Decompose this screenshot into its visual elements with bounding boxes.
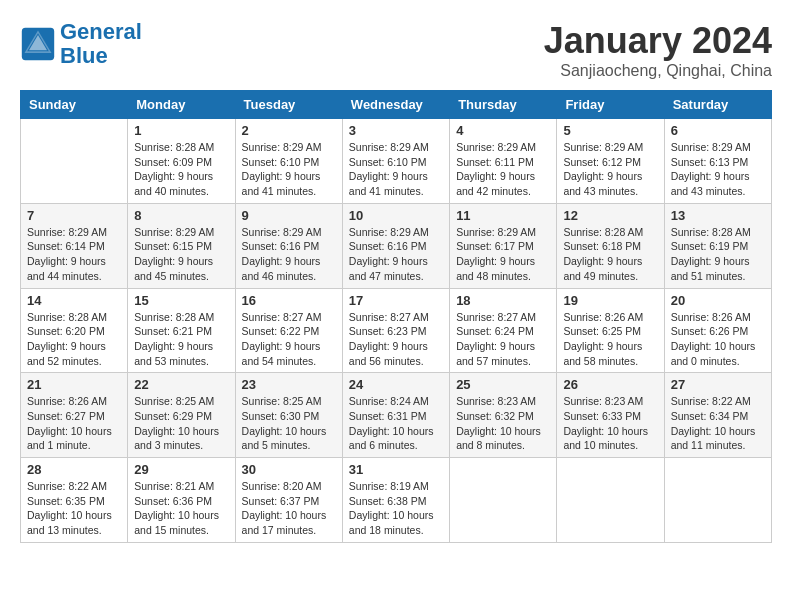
day-info: Sunrise: 8:29 AMSunset: 6:17 PMDaylight:… [456,225,550,284]
calendar-week-row: 28Sunrise: 8:22 AMSunset: 6:35 PMDayligh… [21,458,772,543]
day-number: 15 [134,293,228,308]
day-info: Sunrise: 8:28 AMSunset: 6:20 PMDaylight:… [27,310,121,369]
day-info: Sunrise: 8:28 AMSunset: 6:09 PMDaylight:… [134,140,228,199]
weekday-header-saturday: Saturday [664,91,771,119]
day-info: Sunrise: 8:29 AMSunset: 6:16 PMDaylight:… [242,225,336,284]
calendar-cell: 5Sunrise: 8:29 AMSunset: 6:12 PMDaylight… [557,119,664,204]
calendar-cell: 16Sunrise: 8:27 AMSunset: 6:22 PMDayligh… [235,288,342,373]
logo-line2: Blue [60,43,108,68]
day-number: 29 [134,462,228,477]
calendar-cell [664,458,771,543]
day-number: 3 [349,123,443,138]
calendar-cell: 20Sunrise: 8:26 AMSunset: 6:26 PMDayligh… [664,288,771,373]
calendar-cell: 25Sunrise: 8:23 AMSunset: 6:32 PMDayligh… [450,373,557,458]
calendar-cell: 8Sunrise: 8:29 AMSunset: 6:15 PMDaylight… [128,203,235,288]
logo-text: General Blue [60,20,142,68]
day-number: 9 [242,208,336,223]
weekday-header-tuesday: Tuesday [235,91,342,119]
calendar-cell: 23Sunrise: 8:25 AMSunset: 6:30 PMDayligh… [235,373,342,458]
day-info: Sunrise: 8:23 AMSunset: 6:33 PMDaylight:… [563,394,657,453]
day-number: 28 [27,462,121,477]
day-info: Sunrise: 8:28 AMSunset: 6:19 PMDaylight:… [671,225,765,284]
day-info: Sunrise: 8:25 AMSunset: 6:29 PMDaylight:… [134,394,228,453]
calendar-cell: 6Sunrise: 8:29 AMSunset: 6:13 PMDaylight… [664,119,771,204]
day-number: 27 [671,377,765,392]
calendar-cell: 28Sunrise: 8:22 AMSunset: 6:35 PMDayligh… [21,458,128,543]
calendar-table: SundayMondayTuesdayWednesdayThursdayFrid… [20,90,772,543]
day-info: Sunrise: 8:29 AMSunset: 6:16 PMDaylight:… [349,225,443,284]
day-info: Sunrise: 8:21 AMSunset: 6:36 PMDaylight:… [134,479,228,538]
calendar-cell: 4Sunrise: 8:29 AMSunset: 6:11 PMDaylight… [450,119,557,204]
day-info: Sunrise: 8:26 AMSunset: 6:26 PMDaylight:… [671,310,765,369]
calendar-cell: 26Sunrise: 8:23 AMSunset: 6:33 PMDayligh… [557,373,664,458]
calendar-week-row: 21Sunrise: 8:26 AMSunset: 6:27 PMDayligh… [21,373,772,458]
calendar-cell: 21Sunrise: 8:26 AMSunset: 6:27 PMDayligh… [21,373,128,458]
weekday-header-wednesday: Wednesday [342,91,449,119]
calendar-week-row: 7Sunrise: 8:29 AMSunset: 6:14 PMDaylight… [21,203,772,288]
day-info: Sunrise: 8:24 AMSunset: 6:31 PMDaylight:… [349,394,443,453]
day-info: Sunrise: 8:25 AMSunset: 6:30 PMDaylight:… [242,394,336,453]
calendar-cell: 22Sunrise: 8:25 AMSunset: 6:29 PMDayligh… [128,373,235,458]
day-number: 10 [349,208,443,223]
day-info: Sunrise: 8:22 AMSunset: 6:35 PMDaylight:… [27,479,121,538]
day-number: 18 [456,293,550,308]
month-title: January 2024 [544,20,772,62]
day-info: Sunrise: 8:29 AMSunset: 6:14 PMDaylight:… [27,225,121,284]
day-info: Sunrise: 8:23 AMSunset: 6:32 PMDaylight:… [456,394,550,453]
day-info: Sunrise: 8:28 AMSunset: 6:18 PMDaylight:… [563,225,657,284]
day-info: Sunrise: 8:27 AMSunset: 6:24 PMDaylight:… [456,310,550,369]
calendar-cell [21,119,128,204]
day-info: Sunrise: 8:26 AMSunset: 6:27 PMDaylight:… [27,394,121,453]
calendar-cell: 7Sunrise: 8:29 AMSunset: 6:14 PMDaylight… [21,203,128,288]
location-title: Sanjiaocheng, Qinghai, China [544,62,772,80]
day-number: 14 [27,293,121,308]
day-number: 17 [349,293,443,308]
calendar-cell: 3Sunrise: 8:29 AMSunset: 6:10 PMDaylight… [342,119,449,204]
day-number: 11 [456,208,550,223]
day-number: 2 [242,123,336,138]
calendar-week-row: 1Sunrise: 8:28 AMSunset: 6:09 PMDaylight… [21,119,772,204]
page-header: General Blue January 2024 Sanjiaocheng, … [20,20,772,80]
calendar-week-row: 14Sunrise: 8:28 AMSunset: 6:20 PMDayligh… [21,288,772,373]
calendar-cell: 12Sunrise: 8:28 AMSunset: 6:18 PMDayligh… [557,203,664,288]
calendar-cell: 19Sunrise: 8:26 AMSunset: 6:25 PMDayligh… [557,288,664,373]
day-info: Sunrise: 8:29 AMSunset: 6:12 PMDaylight:… [563,140,657,199]
day-number: 23 [242,377,336,392]
weekday-header-monday: Monday [128,91,235,119]
day-number: 12 [563,208,657,223]
day-info: Sunrise: 8:29 AMSunset: 6:13 PMDaylight:… [671,140,765,199]
day-number: 4 [456,123,550,138]
calendar-cell [557,458,664,543]
calendar-cell: 1Sunrise: 8:28 AMSunset: 6:09 PMDaylight… [128,119,235,204]
day-info: Sunrise: 8:29 AMSunset: 6:10 PMDaylight:… [242,140,336,199]
calendar-cell: 14Sunrise: 8:28 AMSunset: 6:20 PMDayligh… [21,288,128,373]
day-info: Sunrise: 8:28 AMSunset: 6:21 PMDaylight:… [134,310,228,369]
day-number: 16 [242,293,336,308]
title-block: January 2024 Sanjiaocheng, Qinghai, Chin… [544,20,772,80]
day-number: 6 [671,123,765,138]
day-number: 21 [27,377,121,392]
day-number: 19 [563,293,657,308]
calendar-cell: 27Sunrise: 8:22 AMSunset: 6:34 PMDayligh… [664,373,771,458]
calendar-cell: 13Sunrise: 8:28 AMSunset: 6:19 PMDayligh… [664,203,771,288]
day-info: Sunrise: 8:26 AMSunset: 6:25 PMDaylight:… [563,310,657,369]
day-info: Sunrise: 8:27 AMSunset: 6:23 PMDaylight:… [349,310,443,369]
day-info: Sunrise: 8:27 AMSunset: 6:22 PMDaylight:… [242,310,336,369]
calendar-cell: 10Sunrise: 8:29 AMSunset: 6:16 PMDayligh… [342,203,449,288]
day-info: Sunrise: 8:20 AMSunset: 6:37 PMDaylight:… [242,479,336,538]
weekday-header-row: SundayMondayTuesdayWednesdayThursdayFrid… [21,91,772,119]
calendar-cell: 18Sunrise: 8:27 AMSunset: 6:24 PMDayligh… [450,288,557,373]
day-number: 24 [349,377,443,392]
day-info: Sunrise: 8:19 AMSunset: 6:38 PMDaylight:… [349,479,443,538]
weekday-header-thursday: Thursday [450,91,557,119]
day-number: 26 [563,377,657,392]
calendar-cell: 9Sunrise: 8:29 AMSunset: 6:16 PMDaylight… [235,203,342,288]
day-number: 25 [456,377,550,392]
day-info: Sunrise: 8:29 AMSunset: 6:10 PMDaylight:… [349,140,443,199]
logo-line1: General [60,19,142,44]
day-info: Sunrise: 8:29 AMSunset: 6:15 PMDaylight:… [134,225,228,284]
weekday-header-sunday: Sunday [21,91,128,119]
calendar-cell: 31Sunrise: 8:19 AMSunset: 6:38 PMDayligh… [342,458,449,543]
day-number: 7 [27,208,121,223]
logo: General Blue [20,20,142,68]
